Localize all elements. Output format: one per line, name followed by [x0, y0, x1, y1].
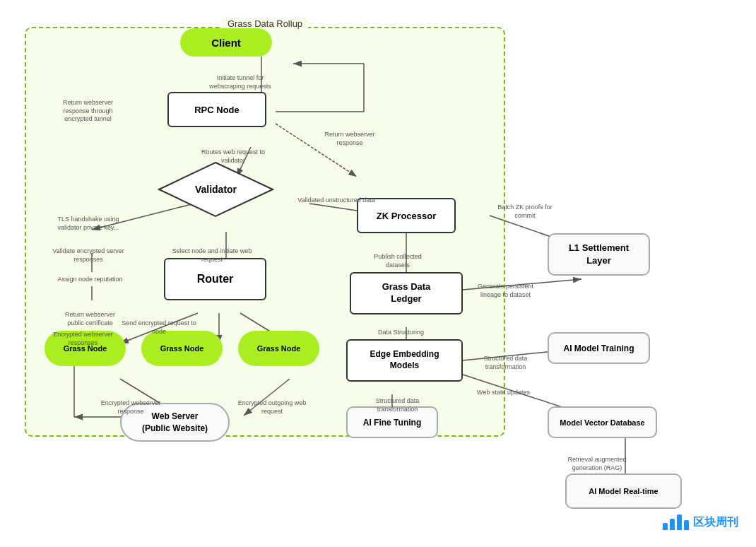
annotation-validated: Validated unstructured data	[297, 196, 375, 205]
watermark-text: 区块周刊	[693, 515, 738, 530]
annotation-send-encrypted: Send encrypted request to node	[120, 319, 198, 336]
grass-data-ledger-node: Grass DataLedger	[350, 272, 463, 314]
annotation-select: Select node and initiate web request	[170, 247, 254, 264]
annotation-batch-zk: Batch ZK proofs for commit	[490, 204, 560, 220]
annotation-return-cert: Return webserver public certificate	[57, 311, 124, 327]
annotation-data-structuring: Data Structuring	[367, 329, 435, 337]
grass-data-rollup-label: Grass Data Rollup	[222, 18, 308, 29]
annotation-structured-transform: Structured data transformation	[468, 355, 543, 371]
annotation-rag: Retrieval augmented generation (RAG)	[562, 456, 632, 472]
validator-node: Validator	[158, 161, 274, 218]
client-node: Client	[180, 28, 272, 57]
annotation-rpc-validator: Routes web request to validator	[194, 148, 272, 165]
annotation-enc-outgoing: Encrypted outgoing web request	[237, 399, 307, 416]
annotation-validate: Validate encrypted server responses	[49, 247, 127, 264]
annotation-structured-transform2: Structured data transformation	[364, 397, 431, 413]
annotation-tls: TLS handshake using validator private ke…	[49, 216, 127, 232]
edge-embedding-node: Edge EmbeddingModels	[346, 339, 463, 382]
watermark-icon	[663, 514, 689, 530]
router-node: Router	[164, 258, 266, 300]
ai-realtime-node: AI Model Real-time	[565, 474, 682, 509]
grass-node-3: Grass Node	[238, 331, 319, 366]
l1-settlement-node: L1 SettlementLayer	[548, 233, 650, 276]
ai-training-node: AI Model Training	[548, 332, 650, 364]
annotation-publish: Publish collected datasets	[366, 253, 430, 269]
annotation-encrypted-resp: Encrypted webserver responses	[49, 331, 117, 347]
annotation-return-webserver: Return webserver response	[314, 131, 385, 147]
validator-label: Validator	[195, 184, 237, 195]
annotation-client-return: Return webserver response through encryp…	[54, 99, 122, 124]
watermark: 区块周刊	[663, 514, 738, 530]
annotation-assign: Assign node reputation	[57, 276, 124, 284]
annotation-generate-lineage: Generate persistent lineage to dataset	[468, 283, 543, 299]
annotation-enc-resp-bottom: Encrypted webserver response	[95, 399, 166, 416]
model-vector-db-node: Model Vector Database	[548, 406, 657, 438]
grass-node-2: Grass Node	[141, 331, 223, 366]
annotation-web-state: Web state updates	[470, 389, 537, 397]
rpc-node: RPC Node	[167, 92, 266, 127]
annotation-client-rpc: Initiate tunnel for webscraping requests	[201, 74, 279, 90]
